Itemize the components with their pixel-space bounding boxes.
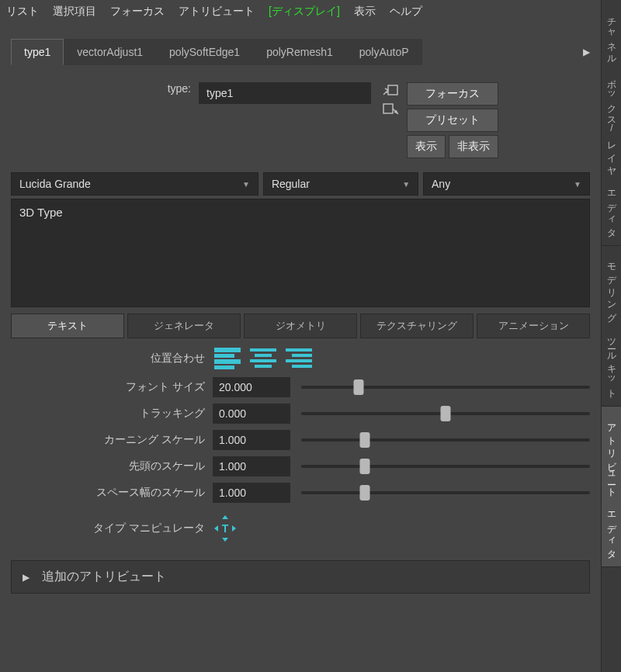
nav-down-icon[interactable]: [382, 102, 399, 116]
side-panel: チャネル ボックス/レイヤ エディタ モデリング ツールキット アトリビュート …: [601, 0, 621, 672]
chevron-down-icon: ▼: [242, 180, 250, 189]
slider-label-3: 先頭のスケール: [11, 459, 213, 473]
additional-attributes-section[interactable]: ▶ 追加のアトリビュート: [11, 560, 590, 594]
menu-help[interactable]: ヘルプ: [390, 5, 422, 19]
align-center-icon[interactable]: [248, 346, 278, 371]
svg-rect-1: [383, 104, 393, 113]
show-button[interactable]: 表示: [407, 135, 446, 158]
svg-rect-0: [388, 85, 397, 95]
slider-track-4[interactable]: [301, 491, 590, 494]
slider-label-1: トラッキング: [11, 407, 213, 421]
svg-rect-9: [255, 365, 272, 368]
subtab-animation[interactable]: アニメーション: [477, 313, 590, 338]
type-label: type:: [11, 82, 199, 95]
align-right-icon[interactable]: [284, 346, 314, 371]
node-tabs: type1 vectorAdjust1 polySoftEdge1 polyRe…: [11, 39, 601, 65]
slider-input-2[interactable]: [213, 430, 290, 450]
property-tabs: テキスト ジェネレータ ジオメトリ テクスチャリング アニメーション: [11, 313, 590, 338]
svg-rect-11: [292, 354, 312, 357]
slider-input-3[interactable]: [213, 456, 290, 476]
slider-thumb-1[interactable]: [441, 406, 451, 421]
subtab-geometry[interactable]: ジオメトリ: [244, 313, 357, 338]
menu-list[interactable]: リスト: [6, 5, 39, 19]
slider-thumb-3[interactable]: [359, 459, 369, 474]
slider-input-4[interactable]: [213, 483, 290, 503]
svg-rect-6: [250, 348, 276, 352]
type-name-input[interactable]: [199, 82, 371, 104]
svg-rect-7: [255, 354, 272, 357]
tab-type1[interactable]: type1: [11, 39, 64, 65]
svg-rect-10: [286, 348, 312, 352]
svg-rect-12: [286, 359, 312, 362]
svg-rect-3: [214, 354, 234, 358]
tab-polysoftedge1[interactable]: polySoftEdge1: [156, 39, 253, 65]
slider-thumb-2[interactable]: [359, 432, 369, 448]
tab-polyremesh1[interactable]: polyRemesh1: [253, 39, 346, 65]
slider-track-0[interactable]: [301, 386, 590, 389]
svg-text:T: T: [222, 522, 229, 535]
menu-show[interactable]: 表示: [354, 5, 376, 19]
slider-input-1[interactable]: [213, 404, 290, 424]
side-tab-channel-box[interactable]: チャネル ボックス/レイヤ エディタ: [602, 0, 621, 246]
svg-rect-13: [292, 365, 312, 368]
tabs-next-icon[interactable]: ▶: [583, 47, 590, 57]
slider-thumb-0[interactable]: [354, 379, 364, 395]
menu-selection[interactable]: 選択項目: [53, 5, 96, 19]
slider-label-4: スペース幅のスケール: [11, 486, 213, 500]
chevron-down-icon: ▼: [402, 180, 410, 189]
focus-button[interactable]: フォーカス: [407, 82, 498, 106]
slider-label-0: フォント サイズ: [11, 380, 213, 394]
menu-focus[interactable]: フォーカス: [110, 5, 165, 19]
type-manipulator-icon[interactable]: T: [213, 514, 238, 543]
menubar: リスト 選択項目 フォーカス アトリビュート [ディスプレイ] 表示 ヘルプ: [0, 0, 601, 23]
svg-rect-4: [214, 359, 241, 364]
subtab-texturing[interactable]: テクスチャリング: [360, 313, 474, 338]
svg-rect-5: [214, 365, 234, 369]
preset-button[interactable]: プリセット: [407, 109, 498, 132]
slider-track-2[interactable]: [301, 438, 590, 442]
slider-input-0[interactable]: [213, 377, 290, 397]
lang-dropdown[interactable]: Any▼: [423, 172, 590, 196]
svg-rect-2: [214, 348, 241, 352]
chevron-down-icon: ▼: [574, 180, 581, 189]
manipulator-label: タイプ マニピュレータ: [11, 521, 213, 535]
side-tab-attribute-editor[interactable]: アトリビュート エディタ: [602, 407, 621, 567]
slider-label-2: カーニング スケール: [11, 433, 213, 447]
slider-thumb-4[interactable]: [359, 485, 369, 501]
text-input-area[interactable]: 3D Type: [11, 199, 590, 307]
svg-rect-8: [250, 359, 276, 362]
align-left-icon[interactable]: [213, 346, 242, 371]
side-tab-modeling-toolkit[interactable]: モデリング ツールキット: [602, 246, 621, 407]
expand-arrow-icon: ▶: [23, 572, 29, 583]
slider-track-3[interactable]: [301, 465, 590, 468]
tab-vectoradjust1[interactable]: vectorAdjust1: [64, 39, 156, 65]
menu-display[interactable]: [ディスプレイ]: [269, 5, 340, 19]
additional-attributes-label: 追加のアトリビュート: [42, 569, 166, 585]
tab-polyautop[interactable]: polyAutoP: [346, 39, 422, 65]
slider-track-1[interactable]: [301, 412, 590, 415]
subtab-generator[interactable]: ジェネレータ: [127, 313, 241, 338]
weight-dropdown[interactable]: Regular▼: [263, 172, 418, 196]
subtab-text[interactable]: テキスト: [11, 313, 124, 338]
hide-button[interactable]: 非表示: [449, 135, 498, 158]
menu-attribute[interactable]: アトリビュート: [179, 5, 255, 19]
alignment-label: 位置合わせ: [11, 352, 213, 365]
nav-up-icon[interactable]: [382, 84, 399, 98]
font-dropdown[interactable]: Lucida Grande▼: [11, 172, 258, 196]
